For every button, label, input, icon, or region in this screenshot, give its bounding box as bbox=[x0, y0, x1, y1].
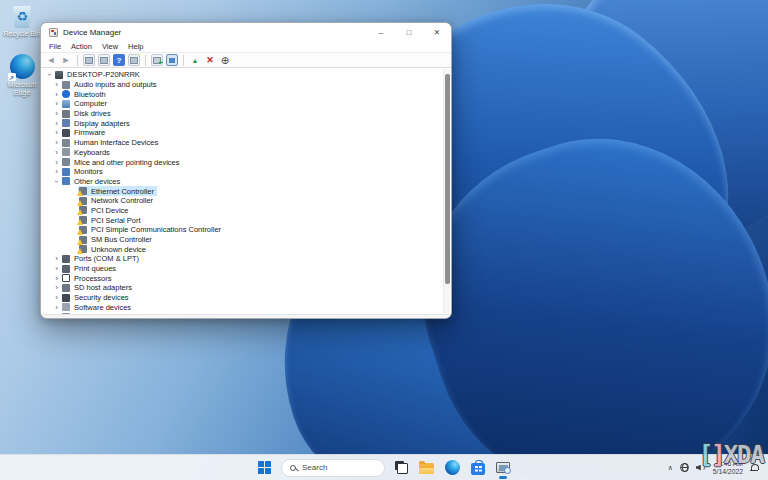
chevron-right-icon[interactable]: › bbox=[52, 283, 61, 292]
tree-item-label: Keyboards bbox=[74, 148, 110, 157]
search-box[interactable]: Search bbox=[281, 459, 385, 477]
tree-item[interactable]: ›Keyboards bbox=[41, 148, 441, 158]
chevron-right-icon[interactable]: › bbox=[52, 90, 61, 99]
file-explorer-icon bbox=[419, 463, 434, 474]
properties-button[interactable] bbox=[98, 54, 110, 66]
tree-item-label: Unknown device bbox=[91, 245, 146, 254]
forward-button[interactable] bbox=[60, 54, 72, 66]
chevron-right-icon[interactable]: › bbox=[52, 80, 61, 89]
chevron-right-icon[interactable]: › bbox=[52, 264, 61, 273]
menu-action[interactable]: Action bbox=[66, 42, 97, 51]
tree-item[interactable]: ›Other devices bbox=[41, 177, 441, 187]
chevron-right-icon[interactable]: › bbox=[52, 128, 61, 137]
processor-icon bbox=[62, 274, 70, 282]
close-button[interactable]: ✕ bbox=[423, 23, 451, 41]
chevron-right-icon[interactable]: › bbox=[52, 99, 61, 108]
window-bottom-strip bbox=[41, 314, 451, 318]
minimize-button[interactable]: – bbox=[367, 23, 395, 41]
desktop-icon-recycle-bin[interactable]: ♻ Recycle Bin bbox=[0, 4, 44, 38]
scan-hardware-changes-button[interactable] bbox=[166, 54, 178, 66]
desktop-icons: ♻ Recycle Bin ↗ Microsoft Edge bbox=[0, 4, 44, 97]
scrollbar-thumb[interactable] bbox=[445, 74, 450, 284]
window-titlebar[interactable]: Device Manager – □ ✕ bbox=[41, 23, 451, 41]
tree-item[interactable]: Network Controller bbox=[41, 196, 441, 206]
tree-item[interactable]: ›Human Interface Devices bbox=[41, 138, 441, 148]
search-icon bbox=[290, 465, 296, 471]
desktop-icon-label: Recycle Bin bbox=[0, 30, 44, 38]
tree-item-label: Print queues bbox=[74, 264, 116, 273]
warning-icon bbox=[79, 206, 87, 214]
tree-item-label: Security devices bbox=[74, 293, 129, 302]
computer-icon bbox=[62, 100, 70, 108]
task-view-button[interactable] bbox=[394, 455, 409, 480]
tree-item[interactable]: PCI Device bbox=[41, 206, 441, 216]
vertical-scrollbar[interactable] bbox=[443, 69, 450, 313]
desktop-icon-microsoft-edge[interactable]: ↗ Microsoft Edge bbox=[0, 54, 44, 97]
menu-file[interactable]: File bbox=[44, 42, 66, 51]
chevron-right-icon[interactable]: › bbox=[52, 119, 61, 128]
device-manager-taskbar-button[interactable] bbox=[495, 455, 511, 480]
tree-item[interactable]: ›DESKTOP-P20NRRK bbox=[41, 70, 441, 80]
bluetooth-icon bbox=[62, 90, 70, 98]
tree-item[interactable]: ›Print queues bbox=[41, 264, 441, 274]
chevron-right-icon[interactable]: › bbox=[52, 109, 61, 118]
menu-view[interactable]: View bbox=[97, 42, 123, 51]
tree-item[interactable]: ›Display adapters bbox=[41, 118, 441, 128]
network-icon[interactable] bbox=[680, 463, 689, 472]
watermark-bracket-right: ] bbox=[711, 441, 723, 469]
help-button[interactable] bbox=[113, 54, 125, 66]
export-list-button[interactable] bbox=[128, 54, 140, 66]
chevron-down-icon[interactable]: › bbox=[45, 70, 54, 79]
tree-item[interactable]: ›Processors bbox=[41, 273, 441, 283]
tree-item-label: Monitors bbox=[74, 167, 103, 176]
tree-item[interactable]: ›Disk drives bbox=[41, 109, 441, 119]
toolbar bbox=[41, 52, 451, 68]
toolbar-separator bbox=[145, 55, 146, 66]
tree-item[interactable]: ›Sound, video and game controllers bbox=[41, 312, 441, 314]
file-explorer-button[interactable] bbox=[418, 455, 435, 480]
tree-item[interactable]: ›Security devices bbox=[41, 293, 441, 303]
uninstall-device-button[interactable] bbox=[204, 54, 216, 66]
enable-device-button[interactable] bbox=[189, 54, 201, 66]
chevron-down-icon[interactable]: › bbox=[52, 177, 61, 186]
chevron-right-icon[interactable]: › bbox=[52, 254, 61, 263]
tree-item[interactable]: ›Firmware bbox=[41, 128, 441, 138]
show-console-tree-button[interactable] bbox=[83, 54, 95, 66]
tree-item[interactable]: Unknown device bbox=[41, 244, 441, 254]
tree-item[interactable]: ›Computer bbox=[41, 99, 441, 109]
edge-button[interactable] bbox=[444, 455, 461, 480]
hidden-icons-chevron[interactable]: ∧ bbox=[668, 464, 673, 472]
tree-item[interactable]: ›Audio inputs and outputs bbox=[41, 80, 441, 90]
tree-item[interactable]: ›Mice and other pointing devices bbox=[41, 157, 441, 167]
chevron-right-icon[interactable]: › bbox=[52, 313, 61, 314]
watermark-bracket-left: [ bbox=[699, 441, 711, 469]
menu-help[interactable]: Help bbox=[123, 42, 148, 51]
tree-item[interactable]: PCI Serial Port bbox=[41, 215, 441, 225]
tree-item[interactable]: ›Bluetooth bbox=[41, 89, 441, 99]
chevron-right-icon[interactable]: › bbox=[52, 158, 61, 167]
chevron-right-icon[interactable]: › bbox=[52, 274, 61, 283]
watermark-text: XDA bbox=[724, 441, 764, 469]
warning-icon bbox=[79, 187, 87, 195]
chevron-right-icon[interactable]: › bbox=[52, 303, 61, 312]
tree-item[interactable]: ›Monitors bbox=[41, 167, 441, 177]
tree-item[interactable]: ›SD host adapters bbox=[41, 283, 441, 293]
maximize-button[interactable]: □ bbox=[395, 23, 423, 41]
tree-item[interactable]: ›Software devices bbox=[41, 303, 441, 313]
update-driver-button[interactable] bbox=[151, 54, 163, 66]
chevron-right-icon[interactable]: › bbox=[52, 148, 61, 157]
start-button[interactable] bbox=[257, 455, 272, 480]
tree-item[interactable]: ›Ports (COM & LPT) bbox=[41, 254, 441, 264]
display-icon bbox=[62, 119, 70, 127]
microsoft-store-button[interactable] bbox=[470, 455, 486, 480]
tree-item[interactable]: PCI Simple Communications Controller bbox=[41, 225, 441, 235]
microsoft-store-icon bbox=[471, 463, 485, 475]
chevron-right-icon[interactable]: › bbox=[52, 138, 61, 147]
chevron-right-icon[interactable]: › bbox=[52, 293, 61, 302]
disable-device-button[interactable] bbox=[219, 54, 231, 66]
tree-item[interactable]: Ethernet Controller bbox=[41, 186, 441, 196]
chevron-right-icon[interactable]: › bbox=[52, 167, 61, 176]
back-button[interactable] bbox=[45, 54, 57, 66]
other-icon bbox=[62, 177, 70, 185]
tree-item[interactable]: SM Bus Controller bbox=[41, 235, 441, 245]
